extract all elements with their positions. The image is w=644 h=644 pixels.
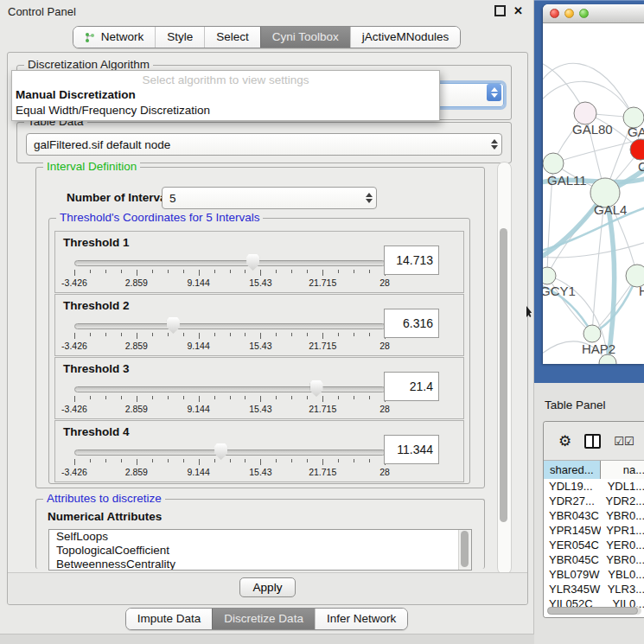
number-of-intervals-combobox[interactable]: 5 bbox=[162, 187, 377, 209]
algorithm-group-title: Discretization Algorithm bbox=[24, 59, 153, 71]
table-row[interactable]: YBL079WYBL0... bbox=[544, 567, 644, 582]
combo-stepper-icon[interactable] bbox=[487, 134, 501, 155]
slider-thumb[interactable] bbox=[246, 254, 259, 271]
cell-name: YBR0... bbox=[601, 552, 644, 567]
network-node-gcy1[interactable] bbox=[543, 267, 556, 284]
list-item-selfloops[interactable]: SelfLoops bbox=[49, 530, 471, 544]
column-layout-icon[interactable] bbox=[584, 434, 601, 449]
tab-label: Impute Data bbox=[137, 609, 201, 629]
slider-tick-labels: -3.4262.8599.14415.4321.71528 bbox=[74, 341, 386, 351]
table-data-combobox[interactable]: galFiltered.sif default node bbox=[26, 133, 502, 156]
table-row[interactable]: YPR145WYPR1... bbox=[544, 523, 644, 538]
cell-name: YDL1... bbox=[603, 479, 644, 494]
threshold-value-field[interactable]: 21.4 bbox=[384, 372, 439, 401]
column-header-name[interactable]: na... bbox=[601, 461, 644, 480]
tab-label: Cyni Toolbox bbox=[272, 27, 339, 48]
threshold-value-field[interactable]: 6.316 bbox=[384, 309, 439, 338]
threshold-slider[interactable]: -3.4262.8599.14415.4321.71528 bbox=[74, 447, 386, 478]
network-node-label: HAP2 bbox=[582, 341, 615, 356]
settings-scrollbar-thumb[interactable] bbox=[500, 228, 507, 522]
tab-cyni-toolbox[interactable]: Cyni Toolbox bbox=[260, 27, 350, 48]
table-row[interactable]: YDL19...YDL1... bbox=[544, 479, 644, 494]
table-hscrollbar[interactable] bbox=[547, 607, 641, 615]
minimize-traffic-light-icon[interactable] bbox=[564, 9, 574, 18]
slider-track[interactable] bbox=[74, 260, 386, 266]
cell-name: YPR1... bbox=[601, 523, 644, 538]
table-row[interactable]: YLR345WYLR3... bbox=[544, 582, 644, 596]
tab-network[interactable]: Network bbox=[73, 27, 156, 48]
slider-ticks bbox=[74, 459, 386, 466]
cell-shared-name: YDR27... bbox=[544, 494, 600, 508]
column-header-shared-name[interactable]: shared... bbox=[544, 461, 601, 480]
network-node-hap2[interactable] bbox=[583, 325, 601, 342]
tab-label: Style bbox=[167, 27, 193, 48]
threshold-value-field[interactable]: 14.713 bbox=[384, 245, 439, 275]
settings-gear-icon[interactable]: ⚙ bbox=[558, 434, 571, 449]
zoom-traffic-light-icon[interactable] bbox=[579, 9, 589, 18]
tab-label: Select bbox=[216, 27, 249, 48]
table-toolbar: ⚙ ☑☑ bbox=[544, 422, 644, 460]
slider-thumb[interactable] bbox=[167, 317, 180, 334]
tab-label: Infer Network bbox=[327, 609, 396, 629]
tab-impute-data[interactable]: Impute Data bbox=[126, 609, 213, 629]
network-window-frame: GAL80GACGAL11GAL4GCY1HHAP2 bbox=[534, 0, 644, 383]
network-node-label: GA bbox=[628, 124, 644, 139]
threshold-slider[interactable]: -3.4262.8599.14415.4321.71528 bbox=[74, 258, 386, 289]
slider-tick-labels: -3.4262.8599.14415.4321.71528 bbox=[74, 404, 386, 414]
threshold-slider[interactable]: -3.4262.8599.14415.4321.71528 bbox=[74, 321, 386, 352]
cell-name: YER0... bbox=[601, 538, 644, 552]
algorithm-hint-option[interactable]: Select algorithm to view settings bbox=[12, 71, 439, 87]
threshold-row: Threshold 1 -3.4262.8599.14415.4321.7152… bbox=[54, 231, 464, 293]
apply-button[interactable]: Apply bbox=[239, 577, 296, 597]
slider-ticks bbox=[74, 396, 386, 403]
network-edge bbox=[605, 193, 615, 363]
cyni-toolbox-panel: Discretization Algorithm Select algorith… bbox=[7, 52, 528, 605]
slider-thumb[interactable] bbox=[214, 443, 227, 460]
select-columns-checkboxes-icon[interactable]: ☑☑ bbox=[614, 435, 634, 448]
threshold-label: Threshold 2 bbox=[63, 299, 130, 312]
slider-track[interactable] bbox=[74, 323, 386, 329]
tab-jactivemnodules[interactable]: jActiveMNodules bbox=[350, 27, 461, 48]
table-row[interactable]: YBR043CYBR0... bbox=[544, 508, 644, 523]
table-row[interactable]: YBR045CYBR0... bbox=[544, 552, 644, 567]
network-icon bbox=[85, 32, 96, 43]
float-window-icon[interactable] bbox=[494, 5, 506, 16]
tab-style[interactable]: Style bbox=[155, 27, 204, 48]
algorithm-dropdown-popup: Select algorithm to view settings Manual… bbox=[11, 70, 440, 121]
close-traffic-light-icon[interactable] bbox=[550, 9, 559, 18]
thresholds-coordinates-group: Threshold's Coordinates for 5 Intervals … bbox=[48, 218, 470, 484]
slider-track[interactable] bbox=[74, 450, 386, 456]
close-icon[interactable]: ✕ bbox=[513, 5, 523, 16]
list-item-betweennesscentrality[interactable]: BetweennessCentrality bbox=[49, 558, 471, 571]
slider-track[interactable] bbox=[74, 386, 386, 392]
interval-definition-group: Interval Definition Number of Intervals … bbox=[35, 167, 485, 488]
slider-thumb[interactable] bbox=[310, 380, 323, 397]
option-manual-discretization[interactable]: Manual Discretization bbox=[12, 87, 439, 103]
table-row[interactable]: YER054CYER0... bbox=[544, 538, 644, 552]
table-hscrollbar-thumb[interactable] bbox=[547, 607, 638, 615]
cell-shared-name: YLR345W bbox=[544, 582, 603, 596]
table-row[interactable]: YDR27...YDR2... bbox=[544, 494, 644, 508]
option-equal-width-frequency-discretization[interactable]: Equal Width/Frequency Discretization bbox=[12, 103, 439, 118]
numerical-attributes-list[interactable]: SelfLoopsTopologicalCoefficientBetweenne… bbox=[48, 529, 472, 571]
network-node-gal11[interactable] bbox=[543, 153, 564, 174]
tab-select[interactable]: Select bbox=[204, 27, 260, 48]
threshold-value-field[interactable]: 11.344 bbox=[384, 435, 439, 464]
combo-stepper-icon[interactable] bbox=[487, 84, 501, 101]
apply-bar: Apply bbox=[8, 572, 527, 604]
threshold-slider[interactable]: -3.4262.8599.14415.4321.71528 bbox=[74, 384, 386, 415]
network-node-label: H bbox=[639, 284, 644, 298]
list-scrollbar-thumb[interactable] bbox=[461, 531, 469, 567]
combo-stepper-icon[interactable] bbox=[361, 188, 376, 208]
network-node-label: GCY1 bbox=[543, 284, 576, 298]
network-canvas[interactable]: GAL80GACGAL11GAL4GCY1HHAP2 bbox=[543, 23, 644, 364]
bottom-tab-bar: Impute DataDiscretize DataInfer Network bbox=[125, 608, 408, 630]
network-node-label: GAL11 bbox=[547, 173, 587, 188]
settings-scrollbar[interactable] bbox=[497, 162, 512, 575]
list-scrollbar[interactable] bbox=[458, 530, 471, 570]
list-item-topologicalcoefficient[interactable]: TopologicalCoefficient bbox=[49, 544, 471, 558]
tab-infer-network[interactable]: Infer Network bbox=[315, 609, 407, 629]
panel-title: Control Panel bbox=[8, 5, 76, 18]
tab-discretize-data[interactable]: Discretize Data bbox=[212, 609, 315, 629]
network-window-titlebar[interactable] bbox=[543, 4, 644, 23]
